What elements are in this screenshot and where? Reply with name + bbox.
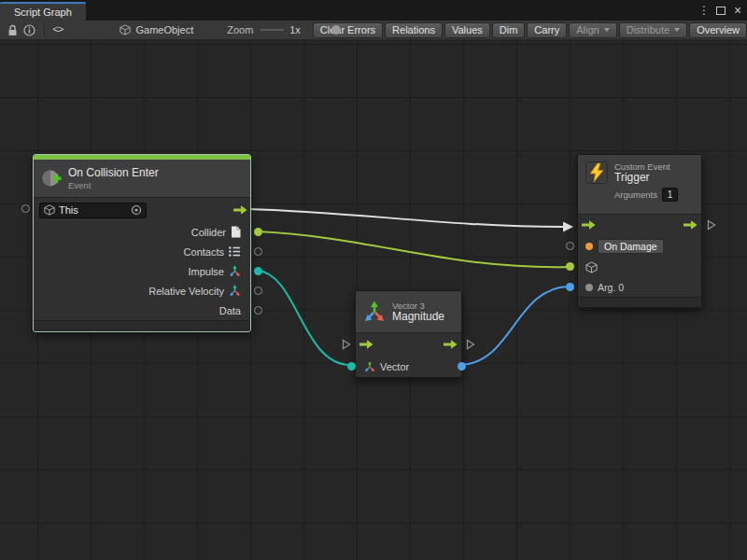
vector3-icon: [363, 301, 386, 323]
port-label-collider: Collider: [191, 227, 226, 238]
arguments-row: Arguments 1: [614, 188, 678, 202]
flow-input-port[interactable]: [359, 340, 374, 351]
close-icon[interactable]: ×: [730, 3, 745, 18]
values-button[interactable]: Values: [444, 22, 490, 38]
port-label-data: Data: [219, 305, 241, 316]
graph-toolbar: <> GameObject Zoom 1x Clear Errors Relat…: [0, 21, 747, 40]
values-label: Values: [452, 23, 483, 37]
target-object-field[interactable]: This: [39, 203, 147, 218]
lock-icon[interactable]: [5, 22, 21, 37]
relations-label: Relations: [392, 23, 435, 37]
zoom-slider-track[interactable]: [261, 29, 284, 31]
event-name-row: On Damage: [578, 235, 701, 257]
target-input-port[interactable]: [566, 262, 574, 271]
zoom-slider[interactable]: [261, 24, 284, 35]
event-name-input-port[interactable]: [566, 242, 574, 250]
node-title: Trigger: [614, 172, 678, 184]
wire-impulse-to-vector[interactable]: [258, 271, 350, 365]
distribute-label: Distribute: [627, 23, 669, 37]
tab-script-graph[interactable]: Script Graph: [0, 2, 86, 21]
cube-icon: [44, 204, 55, 216]
flow-output-port[interactable]: [444, 340, 458, 351]
info-icon[interactable]: [21, 22, 38, 37]
flow-input-connector-triangle[interactable]: [342, 339, 351, 352]
zoom-label: Zoom: [227, 24, 253, 35]
node-subtitle: Event: [68, 180, 159, 190]
zoom-value: 1x: [289, 24, 301, 35]
gameobject-cube-icon: [120, 24, 131, 35]
dim-label: Dim: [500, 23, 518, 37]
code-icon[interactable]: <>: [49, 22, 65, 37]
overview-button[interactable]: Overview: [689, 22, 747, 38]
node-header: Vector 3 Magnitude: [356, 291, 461, 333]
output-row-collider: Collider: [34, 222, 250, 242]
output-row-relative-velocity: Relative Velocity: [34, 281, 250, 301]
flow-output-port[interactable]: [684, 220, 698, 231]
wire-flow-arrowhead: [563, 222, 573, 232]
output-row-data: Data: [34, 301, 250, 320]
collider-output-port[interactable]: [254, 228, 262, 236]
overview-label: Overview: [697, 23, 740, 37]
event-target-input-port[interactable]: [21, 204, 30, 213]
vector-input-port[interactable]: [347, 362, 356, 371]
wire-flow-collision-to-trigger[interactable]: [247, 209, 563, 227]
dim-button[interactable]: Dim: [492, 22, 526, 38]
graph-canvas[interactable]: On Collision Enter Event This Collider: [0, 39, 747, 560]
port-label-impulse: Impulse: [188, 266, 224, 277]
carry-button[interactable]: Carry: [527, 22, 567, 38]
menu-icon[interactable]: ⋮: [697, 3, 712, 18]
flow-input-port[interactable]: [582, 220, 596, 231]
string-type-dot: [585, 243, 593, 250]
target-row: [578, 257, 701, 277]
flow-output-connector-triangle[interactable]: [466, 339, 475, 352]
arg0-row: Arg. 0: [578, 277, 701, 297]
node-title: Magnitude: [392, 311, 444, 323]
gameobject-label: GameObject: [135, 24, 193, 35]
node-footer: [578, 297, 701, 307]
vector-arrows-icon: [229, 265, 241, 277]
node-footer: [34, 320, 250, 331]
flow-output-connector-triangle[interactable]: [707, 219, 716, 232]
wire-result-to-arg0[interactable]: [459, 287, 570, 365]
target-row: This: [34, 198, 250, 222]
clear-errors-label: Clear Errors: [320, 23, 375, 37]
document-icon: [231, 226, 241, 238]
object-picker-icon[interactable]: [131, 204, 142, 216]
output-row-contacts: Contacts: [34, 242, 250, 261]
magnitude-result-port[interactable]: [458, 362, 466, 371]
data-output-port[interactable]: [254, 306, 262, 315]
arguments-label: Arguments: [614, 189, 657, 200]
vector-input-row: Vector: [356, 356, 461, 377]
gameobject-button[interactable]: GameObject: [120, 24, 193, 35]
toolbar-buttons: Clear Errors Relations Values Dim Carry …: [313, 22, 747, 38]
distribute-button[interactable]: Distribute: [619, 22, 687, 38]
node-trigger-custom-event[interactable]: Custom Event Trigger Arguments 1 On Dama…: [577, 154, 702, 308]
maximize-glyph: [716, 7, 726, 15]
flow-row: [578, 215, 701, 235]
cube-icon: [585, 261, 598, 273]
arg0-input-port[interactable]: [566, 283, 574, 291]
node-header: Custom Event Trigger Arguments 1: [578, 155, 701, 215]
port-label-contacts: Contacts: [184, 246, 224, 258]
node-vector3-magnitude[interactable]: Vector 3 Magnitude Vector: [355, 290, 462, 378]
vector-arrows-icon: [229, 285, 241, 297]
relations-button[interactable]: Relations: [385, 22, 443, 38]
output-row-impulse: Impulse: [34, 261, 250, 281]
relative-velocity-output-port[interactable]: [254, 287, 262, 295]
node-on-collision-enter[interactable]: On Collision Enter Event This Collider: [33, 154, 251, 332]
event-name-field[interactable]: On Damage: [598, 239, 664, 254]
arguments-count-field[interactable]: 1: [662, 188, 678, 202]
flow-output-port[interactable]: [233, 205, 247, 217]
contacts-output-port[interactable]: [254, 247, 262, 256]
impulse-output-port[interactable]: [254, 267, 262, 275]
carry-label: Carry: [534, 23, 559, 37]
tab-label: Script Graph: [14, 7, 72, 18]
lightning-bolt-icon: [585, 161, 608, 184]
clear-errors-button[interactable]: Clear Errors: [313, 22, 383, 38]
chevron-down-icon: [674, 28, 680, 32]
maximize-icon[interactable]: [713, 3, 728, 18]
port-label-arg0: Arg. 0: [598, 282, 624, 293]
wire-collider-to-target[interactable]: [258, 231, 570, 267]
value-type-dot: [585, 284, 593, 291]
align-button[interactable]: Align: [569, 22, 616, 38]
